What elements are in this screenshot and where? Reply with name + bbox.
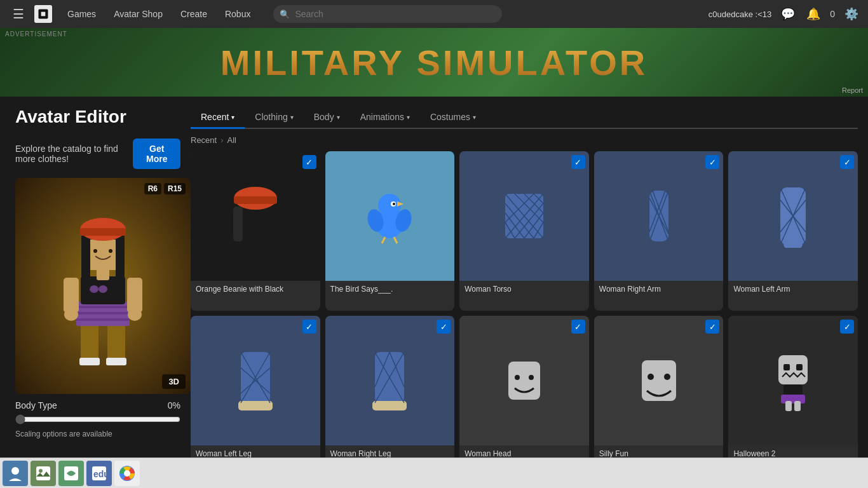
item-img-4: ✓ — [728, 151, 858, 281]
item-card-6[interactable]: ✓ Woman Right Leg — [325, 316, 455, 475]
nav-robux[interactable]: Robux — [217, 5, 258, 23]
svg-rect-20 — [116, 233, 125, 284]
item-img-6: ✓ — [325, 316, 455, 445]
svg-rect-81 — [778, 355, 808, 384]
nav-avatar-shop[interactable]: Avatar Shop — [106, 5, 170, 23]
item-img-3: ✓ — [594, 151, 724, 281]
tab-costumes[interactable]: Costumes▾ — [420, 107, 486, 129]
item-card-9[interactable]: ✓ Halloween 2 — [728, 316, 858, 475]
right-panel: Recent▾ Clothing▾ Body▾ Animations▾ Cost… — [191, 97, 868, 475]
item-card-1[interactable]: The Bird Says___. — [325, 151, 455, 311]
item-name-4: Woman Left Arm — [728, 281, 858, 300]
svg-point-80 — [664, 374, 670, 380]
item-card-4[interactable]: ✓ Woman Left Arm — [728, 151, 858, 311]
svg-rect-82 — [783, 364, 790, 370]
breadcrumb-all[interactable]: All — [227, 135, 236, 145]
body-type-pct: 0% — [168, 400, 180, 410]
item-img-8: ✓ — [594, 316, 724, 445]
roblox-logo[interactable] — [34, 5, 52, 23]
svg-rect-83 — [796, 364, 803, 370]
svg-rect-22 — [80, 228, 126, 236]
item-check-4: ✓ — [840, 155, 854, 169]
svg-point-11 — [98, 285, 107, 293]
svg-rect-13 — [127, 278, 142, 313]
svg-rect-75 — [508, 362, 540, 400]
breadcrumb-recent[interactable]: Recent — [191, 135, 217, 145]
svg-rect-87 — [794, 401, 801, 411]
notification-icon[interactable]: 🔔 — [804, 7, 822, 21]
item-img-5: ✓ — [191, 316, 320, 445]
badge-r15[interactable]: R15 — [164, 183, 186, 194]
taskbar-icon-0[interactable] — [3, 461, 28, 486]
item-check-3: ✓ — [705, 155, 719, 169]
item-check-2: ✓ — [571, 155, 585, 169]
svg-point-23 — [93, 249, 97, 253]
nav-games[interactable]: Games — [60, 5, 104, 23]
settings-icon[interactable]: ⚙️ — [843, 7, 860, 21]
tab-animations[interactable]: Animations▾ — [350, 107, 420, 129]
taskbar-icon-4[interactable] — [114, 461, 140, 486]
hamburger-menu[interactable]: ☰ — [8, 4, 29, 24]
item-name-2: Woman Torso — [459, 281, 589, 300]
taskbar-icon-2[interactable] — [58, 461, 84, 486]
ad-label: ADVERTISEMENT — [5, 30, 67, 37]
svg-line-37 — [394, 237, 397, 243]
explore-text: Explore the catalog to find more clothes… — [15, 144, 126, 164]
svg-rect-70 — [372, 401, 407, 410]
tab-recent[interactable]: Recent▾ — [191, 107, 245, 129]
tab-body[interactable]: Body▾ — [304, 107, 350, 129]
breadcrumb: Recent › All — [191, 135, 858, 145]
main-content: Avatar Editor Explore the catalog to fin… — [0, 97, 868, 475]
nav-links: Games Avatar Shop Create Robux — [60, 5, 258, 23]
badge-r6[interactable]: R6 — [144, 183, 161, 194]
item-check-5: ✓ — [302, 320, 316, 334]
svg-point-14 — [64, 308, 78, 321]
item-card-2[interactable]: ✓ Woman Torso — [459, 151, 589, 311]
item-card-7[interactable]: ✓ Woman Head — [459, 316, 589, 475]
items-grid: ✓ Orange Beanie with Black — [191, 151, 858, 475]
avatar-figure — [46, 187, 160, 384]
item-img-9: ✓ — [728, 316, 858, 445]
svg-rect-1 — [81, 321, 98, 362]
svg-line-36 — [382, 237, 385, 243]
item-check-7: ✓ — [571, 320, 585, 334]
item-img-7: ✓ — [459, 316, 589, 445]
item-card-8[interactable]: ✓ Silly Fun — [594, 316, 724, 475]
avatar-badges: R6 R15 — [144, 183, 186, 194]
item-card-3[interactable]: ✓ Woman Right Arm — [594, 151, 724, 311]
taskbar: edu — [0, 458, 868, 488]
item-check-6: ✓ — [437, 320, 451, 334]
body-type-slider[interactable] — [15, 414, 180, 424]
svg-point-33 — [393, 203, 395, 205]
svg-point-90 — [39, 469, 43, 473]
svg-rect-12 — [64, 278, 79, 313]
robux-count: 0 — [830, 9, 835, 19]
svg-rect-85 — [781, 395, 805, 403]
item-card-5[interactable]: ✓ Woman Left Leg — [191, 316, 320, 475]
ad-report-link[interactable]: Report — [842, 86, 863, 94]
svg-point-95 — [124, 470, 130, 477]
chat-icon[interactable]: 💬 — [779, 7, 797, 21]
search-input[interactable] — [273, 5, 502, 23]
svg-rect-3 — [79, 358, 100, 365]
item-card-0[interactable]: ✓ Orange Beanie with Black — [191, 151, 320, 311]
taskbar-icon-1[interactable] — [31, 461, 56, 486]
item-check-0: ✓ — [302, 155, 316, 169]
tab-clothing[interactable]: Clothing▾ — [245, 107, 303, 129]
breadcrumb-separator: › — [220, 135, 223, 145]
item-name-3: Woman Right Arm — [594, 281, 724, 300]
item-check-8: ✓ — [705, 320, 719, 334]
nav-right: c0udedcake :<13 💬 🔔 0 ⚙️ — [709, 7, 860, 21]
get-more-button[interactable]: Get More — [133, 139, 180, 169]
3d-button[interactable]: 3D — [162, 374, 186, 389]
svg-point-79 — [648, 374, 654, 380]
ad-banner: ADVERTISEMENT MILITARY SIMULATOR Report — [0, 28, 868, 97]
item-name-0: Orange Beanie with Black — [191, 281, 320, 300]
nav-create[interactable]: Create — [173, 5, 215, 23]
svg-rect-6 — [76, 306, 130, 308]
tabs-row: Recent▾ Clothing▾ Body▾ Animations▾ Cost… — [191, 107, 858, 129]
page-title: Avatar Editor — [15, 107, 126, 127]
svg-rect-26 — [233, 207, 243, 241]
taskbar-icon-3[interactable]: edu — [86, 461, 112, 486]
svg-point-77 — [529, 375, 534, 380]
